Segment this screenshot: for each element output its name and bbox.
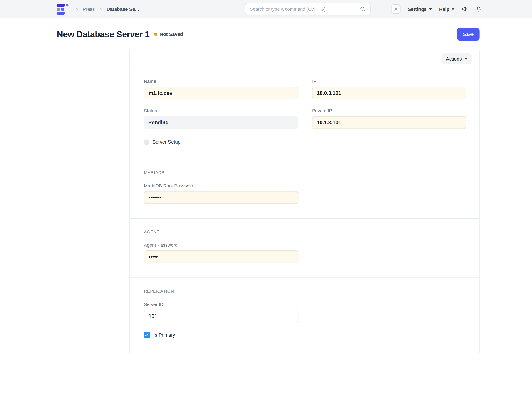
section-basic: Name IP Status Pending Private IP	[130, 68, 479, 159]
page-title: New Database Server 1	[57, 29, 150, 39]
breadcrumb-press[interactable]: Press	[83, 6, 95, 12]
private-ip-label: Private IP	[312, 108, 466, 113]
name-input[interactable]	[144, 87, 298, 99]
frappe-cloud-logo[interactable]	[57, 3, 69, 15]
ip-input[interactable]	[312, 87, 466, 99]
checkbox-unchecked-icon	[144, 139, 149, 144]
agent-password-input[interactable]	[144, 250, 298, 263]
field-server-id: Server ID	[144, 302, 298, 322]
mariadb-root-password-label: MariaDB Root Password	[144, 183, 298, 188]
field-status: Status Pending	[144, 108, 298, 129]
form-card: Actions Name IP	[129, 50, 479, 353]
agent-section-heading: AGENT	[144, 230, 466, 234]
settings-menu[interactable]: Settings	[408, 6, 432, 12]
breadcrumb: Press Database Se...	[57, 0, 139, 18]
page-header: New Database Server 1 Not Saved Save	[0, 19, 532, 50]
avatar[interactable]: A	[392, 5, 401, 14]
breadcrumb-current[interactable]: Database Se...	[107, 6, 139, 12]
navbar-actions: A Settings Help	[392, 0, 482, 18]
announcement-icon[interactable]	[462, 6, 468, 12]
field-mariadb-root-password: MariaDB Root Password	[144, 183, 298, 204]
is-primary-label: Is Primary	[153, 332, 175, 338]
chevron-right-icon	[74, 6, 80, 12]
server-id-label: Server ID	[144, 302, 298, 307]
section-mariadb: MARIADB MariaDB Root Password	[130, 159, 479, 218]
search-input[interactable]	[250, 6, 357, 12]
ip-label: IP	[312, 79, 466, 84]
chevron-down-icon	[429, 8, 432, 10]
search-icon	[360, 6, 366, 12]
settings-label: Settings	[408, 6, 427, 12]
checkbox-checked-icon	[144, 332, 150, 338]
field-name: Name	[144, 79, 298, 99]
chevron-right-icon	[98, 6, 103, 12]
server-setup-label: Server Setup	[152, 139, 180, 145]
unsaved-dot-icon	[154, 32, 157, 36]
is-primary-checkbox[interactable]: Is Primary	[144, 332, 466, 338]
form-toolbar: Actions	[130, 50, 479, 68]
global-search[interactable]	[245, 3, 370, 15]
private-ip-input[interactable]	[312, 116, 466, 129]
agent-password-label: Agent Password	[144, 243, 298, 248]
actions-button[interactable]: Actions	[442, 53, 472, 64]
help-menu[interactable]: Help	[439, 6, 455, 12]
chevron-down-icon	[452, 8, 455, 10]
field-private-ip: Private IP	[312, 108, 466, 129]
help-label: Help	[439, 6, 450, 12]
field-ip: IP	[312, 79, 466, 99]
chevron-down-icon	[464, 58, 468, 60]
mariadb-section-heading: MARIADB	[144, 170, 466, 175]
top-navbar: Press Database Se... A Settings	[0, 0, 532, 19]
unsaved-label: Not Saved	[159, 32, 183, 37]
name-label: Name	[144, 79, 298, 84]
server-id-input[interactable]	[144, 310, 298, 322]
save-button[interactable]: Save	[457, 28, 479, 41]
mariadb-root-password-input[interactable]	[144, 191, 298, 204]
section-replication: REPLICATION Server ID Is Primary	[130, 278, 479, 353]
unsaved-indicator: Not Saved	[154, 32, 183, 37]
server-setup-checkbox[interactable]: Server Setup	[144, 139, 298, 145]
notifications-bell-icon[interactable]	[475, 6, 482, 12]
replication-section-heading: REPLICATION	[144, 289, 466, 294]
field-agent-password: Agent Password	[144, 243, 298, 263]
status-value: Pending	[144, 116, 298, 129]
app: Press Database Se... A Settings	[0, 0, 532, 398]
section-agent: AGENT Agent Password	[130, 218, 479, 278]
content-area: Actions Name IP	[0, 50, 532, 353]
actions-label: Actions	[446, 56, 462, 62]
status-label: Status	[144, 108, 298, 113]
